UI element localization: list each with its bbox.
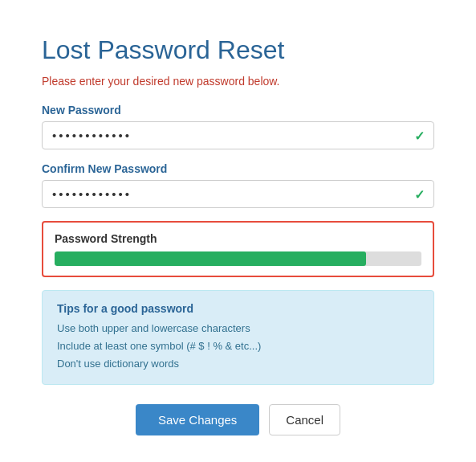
page-container: Lost Password Reset Please enter your de… bbox=[16, 16, 460, 461]
button-row: Save Changes Cancel bbox=[42, 404, 434, 435]
tips-box: Tips for a good password Use both upper … bbox=[42, 290, 434, 385]
new-password-input[interactable] bbox=[42, 121, 434, 149]
tip-item-3: Don't use dictionary words bbox=[57, 355, 419, 373]
confirm-password-check-icon: ✓ bbox=[414, 186, 425, 202]
confirm-password-input[interactable] bbox=[42, 180, 434, 208]
strength-label: Password Strength bbox=[55, 232, 421, 245]
tip-item-2: Include at least one symbol (# $ ! % & e… bbox=[57, 337, 419, 355]
tips-list: Use both upper and lowercase characters … bbox=[57, 320, 419, 373]
confirm-password-label: Confirm New Password bbox=[42, 162, 434, 175]
new-password-wrapper: ✓ bbox=[42, 121, 434, 149]
new-password-group: New Password ✓ bbox=[42, 104, 434, 149]
page-title: Lost Password Reset bbox=[42, 35, 434, 65]
new-password-check-icon: ✓ bbox=[414, 128, 425, 143]
confirm-password-group: Confirm New Password ✓ bbox=[42, 162, 434, 208]
subtitle: Please enter your desired new password b… bbox=[42, 75, 434, 88]
save-button[interactable]: Save Changes bbox=[136, 404, 259, 435]
tips-title: Tips for a good password bbox=[57, 302, 419, 315]
tip-item-1: Use both upper and lowercase characters bbox=[57, 320, 419, 337]
strength-bar-fill bbox=[55, 251, 366, 266]
new-password-label: New Password bbox=[42, 104, 434, 117]
confirm-password-wrapper: ✓ bbox=[42, 180, 434, 208]
password-strength-box: Password Strength bbox=[42, 221, 434, 277]
cancel-button[interactable]: Cancel bbox=[269, 404, 340, 435]
strength-bar-track bbox=[55, 251, 421, 266]
